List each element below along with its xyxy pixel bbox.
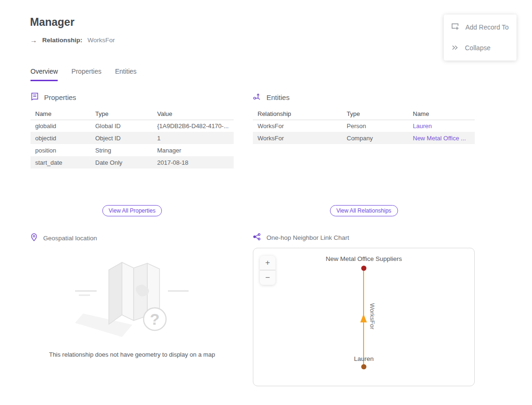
add-record-icon xyxy=(451,23,459,32)
properties-section-header: Properties xyxy=(30,92,76,102)
entity-type: Company xyxy=(347,132,413,144)
node-person[interactable] xyxy=(361,364,366,369)
property-value: 1 xyxy=(157,132,234,144)
entities-table: Relationship Type Name WorksFor Person L… xyxy=(253,108,475,144)
collapse-icon xyxy=(451,44,459,53)
entities-section-header: Entities xyxy=(253,92,289,102)
column-header: Type xyxy=(95,108,157,120)
node-label-person: Lauren xyxy=(253,355,474,362)
column-header: Relationship xyxy=(253,108,347,120)
entity-relationship: WorksFor xyxy=(253,132,347,144)
property-name: start_date xyxy=(30,156,95,168)
no-geometry-message: This relationship does not have geometry… xyxy=(30,351,234,358)
entity-relationship: WorksFor xyxy=(253,120,347,132)
entities-section-title: Entities xyxy=(266,93,289,101)
record-detail-page: Manager → Relationship: WorksFor Add Rec… xyxy=(0,0,532,405)
view-all-properties-button[interactable]: View All Properties xyxy=(102,205,162,216)
left-column: Properties Name Type Value globalid Glob… xyxy=(30,0,234,405)
properties-table: Name Type Value globalid Global ID {1A9D… xyxy=(30,108,234,168)
column-header: Name xyxy=(413,108,475,120)
property-value: Manager xyxy=(157,144,234,156)
menu-item-collapse[interactable]: Collapse xyxy=(444,38,517,58)
table-row: WorksFor Company New Metal Office ... xyxy=(253,132,475,144)
menu-item-label: Add Record To xyxy=(465,23,509,31)
table-header-row: Relationship Type Name xyxy=(253,108,475,120)
column-header: Value xyxy=(157,108,234,120)
edge-label: WorksFor xyxy=(369,303,376,329)
map-placeholder-illustration: ? xyxy=(62,258,203,344)
properties-section-title: Properties xyxy=(44,93,76,101)
property-type: Date Only xyxy=(95,156,157,168)
table-header-row: Name Type Value xyxy=(30,108,234,120)
menu-item-add-record-to[interactable]: Add Record To xyxy=(444,17,517,38)
link-chart-icon xyxy=(253,233,261,242)
property-value: {1A9DB2B6-D482-4170-... xyxy=(157,120,234,132)
menu-item-label: Collapse xyxy=(465,44,490,52)
column-header: Type xyxy=(347,108,413,120)
table-row: WorksFor Person Lauren xyxy=(253,120,475,132)
svg-text:?: ? xyxy=(150,310,160,328)
properties-icon xyxy=(30,92,38,102)
map-pin-icon xyxy=(30,233,38,243)
column-header: Name xyxy=(30,108,95,120)
node-label-company: New Metal Office Suppliers xyxy=(253,255,474,262)
entities-icon xyxy=(253,92,261,102)
link-chart-canvas[interactable]: + − New Metal Office Suppliers WorksFor … xyxy=(253,248,475,386)
right-column: Entities Relationship Type Name WorksFor… xyxy=(253,0,475,405)
property-name: globalid xyxy=(30,120,95,132)
table-row: position String Manager xyxy=(30,144,234,156)
zoom-out-button[interactable]: − xyxy=(260,270,275,285)
table-row: globalid Global ID {1A9DB2B6-D482-4170-.… xyxy=(30,120,234,132)
property-name: position xyxy=(30,144,95,156)
property-value: 2017-08-18 xyxy=(157,156,234,168)
geospatial-section-title: Geospatial location xyxy=(43,235,97,242)
property-type: Global ID xyxy=(95,120,157,132)
table-row: start_date Date Only 2017-08-18 xyxy=(30,156,234,168)
link-chart-section-title: One-hop Neighbor Link Chart xyxy=(266,234,349,241)
table-row: objectid Object ID 1 xyxy=(30,132,234,144)
edge-arrowhead-icon xyxy=(360,314,367,322)
entity-link-lauren[interactable]: Lauren xyxy=(413,122,432,130)
view-all-relationships-button[interactable]: View All Relationships xyxy=(330,205,398,216)
property-type: Object ID xyxy=(95,132,157,144)
context-menu: Add Record To Collapse xyxy=(444,15,517,61)
geospatial-section-header: Geospatial location xyxy=(30,233,97,243)
property-type: String xyxy=(95,144,157,156)
property-name: objectid xyxy=(30,132,95,144)
entity-link-new-metal-office[interactable]: New Metal Office ... xyxy=(413,135,466,142)
link-chart-section-header: One-hop Neighbor Link Chart xyxy=(253,233,349,242)
node-company[interactable] xyxy=(361,266,366,271)
entity-type: Person xyxy=(347,120,413,132)
